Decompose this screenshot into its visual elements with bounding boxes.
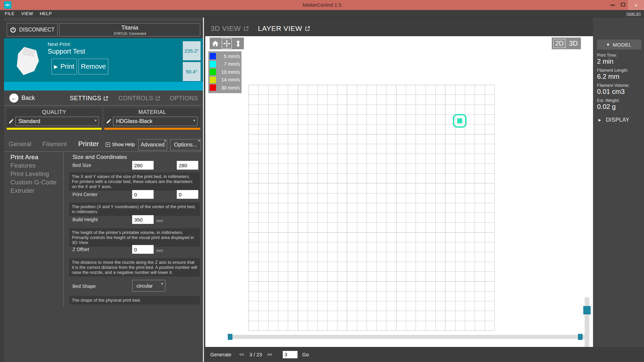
print-button[interactable]: ▶ Print (51, 59, 77, 74)
edit-pencil-icon[interactable] (106, 118, 112, 124)
chevron-down-icon: ▾ (607, 42, 609, 48)
legend-row: 30 mm/s (210, 84, 240, 92)
external-link-icon (244, 26, 249, 31)
bed-size-help: The X and Y values of the size of the pr… (69, 172, 200, 191)
minimize-button[interactable] (610, 5, 615, 6)
external-link-icon (155, 96, 160, 101)
filament-length-value: 6.2 mm (597, 73, 620, 80)
layer-slider-track[interactable] (585, 297, 589, 347)
material-select[interactable]: HDGlass-Black ▾ (113, 117, 198, 126)
reset-view-button[interactable] (210, 38, 221, 49)
nav-settings-label: SETTINGS (70, 95, 101, 102)
tab-general[interactable]: General (9, 140, 32, 148)
quality-select[interactable]: Standard ▾ (15, 117, 99, 126)
toggle-3d-button[interactable]: 3D (568, 39, 579, 48)
external-link-icon (305, 26, 310, 31)
menu-file[interactable]: FILE (5, 11, 14, 16)
titlebar: MC MatterControl 1.5 × (0, 0, 644, 10)
window-title: MatterControl 1.5 (0, 2, 644, 8)
print-center-x-input[interactable] (132, 190, 154, 199)
bed-shape-select[interactable]: circular ▾ (132, 280, 165, 292)
bed-size-x-input[interactable] (132, 161, 154, 170)
show-help-checkbox[interactable]: × Show Help (106, 142, 135, 147)
previous-layer-button[interactable]: << (239, 352, 244, 357)
legend-label: 7 mm/s (216, 61, 240, 67)
options-dropdown[interactable]: Options... ▾ (170, 139, 201, 150)
layer-number-input[interactable] (283, 351, 298, 358)
divider (203, 17, 204, 362)
tab-filament[interactable]: Filament (42, 140, 67, 148)
build-height-input[interactable] (132, 215, 154, 224)
tab-layer-view-label: LAYER VIEW (258, 24, 302, 33)
z-offset-input[interactable] (132, 245, 154, 254)
caret-down-icon: ▾ (164, 139, 166, 142)
layer-toolpath-marker (453, 114, 467, 128)
quality-value: Standard (18, 118, 40, 124)
bed-temperature-badge[interactable]: 50.4° (183, 62, 201, 81)
scale-view-button[interactable] (232, 38, 244, 49)
horizontal-slider-left-handle[interactable] (228, 334, 232, 340)
back-label: Back (21, 95, 35, 102)
translate-view-button[interactable] (221, 38, 232, 49)
tab-printer[interactable]: Printer (78, 140, 99, 148)
tab-3d-view[interactable]: 3D VIEW (211, 24, 249, 33)
material-title: MATERIAL (104, 109, 200, 115)
horizontal-slider-track[interactable] (228, 335, 588, 339)
back-button[interactable]: ← Back (9, 94, 35, 103)
sign-in-link[interactable]: (sign in) (626, 11, 641, 16)
material-preset-box: MATERIAL HDGlass-Black ▾ (104, 108, 200, 128)
nav-options[interactable]: OPTIONS (170, 95, 198, 102)
sidebar-item-features[interactable]: Features (6, 162, 56, 170)
horizontal-slider-right-handle[interactable] (578, 334, 583, 340)
printer-status: STATUS: Connected (114, 32, 146, 36)
advanced-label: Advanced (141, 142, 164, 148)
generate-button[interactable]: Generate (210, 352, 231, 357)
toggle-2d-button[interactable]: 2D (554, 39, 565, 48)
menu-view[interactable]: VIEW (21, 11, 33, 16)
menu-help[interactable]: HELP (40, 11, 52, 16)
legend-swatch (210, 69, 216, 75)
print-time-label: Print Time: (597, 53, 617, 58)
vertical-arrows-icon (234, 40, 242, 48)
z-offset-label: Z Offset (72, 247, 89, 252)
remove-button[interactable]: Remove (78, 59, 108, 74)
disconnect-button[interactable]: DISCONNECT (7, 23, 58, 37)
nav-settings[interactable]: SETTINGS (70, 95, 108, 102)
tab-layer-view[interactable]: LAYER VIEW (258, 24, 310, 33)
layer-position: 3 / 23 (250, 352, 262, 357)
tab-3d-view-label: 3D VIEW (211, 24, 241, 33)
printer-name: Titania (121, 24, 138, 31)
progress-strip (4, 82, 203, 90)
display-section-header[interactable]: ▸ DISPLAY (598, 117, 629, 123)
caret-down-icon: ▾ (198, 139, 200, 142)
legend-swatch (210, 84, 216, 91)
print-center-y-input[interactable] (177, 190, 198, 199)
est-weight-label: Est. Weight: (597, 98, 620, 103)
bed-size-y-input[interactable] (177, 161, 198, 170)
quality-preset-box: QUALITY Standard ▾ (7, 108, 102, 128)
nav-controls[interactable]: CONTROLS (118, 95, 160, 102)
print-button-label: Print (60, 63, 74, 70)
edit-pencil-icon[interactable] (8, 118, 14, 124)
sidebar-item-print-leveling[interactable]: Print Leveling (6, 170, 56, 179)
sidebar-item-extruder[interactable]: Extruder (6, 187, 56, 195)
maximize-button[interactable] (621, 3, 625, 6)
go-button[interactable]: Go (302, 352, 309, 357)
divider (63, 152, 64, 306)
sidebar-item-custom-gcode[interactable]: Custom G-Code (6, 179, 56, 187)
extruder-temperature-badge[interactable]: 235.2° (183, 41, 201, 60)
play-icon: ▶ (54, 64, 58, 70)
legend-label: 10 mm/s (216, 69, 240, 75)
material-value: HDGlass-Black (116, 118, 152, 124)
model-section-title: MODEL (613, 42, 632, 48)
layer-slider-handle[interactable] (583, 306, 591, 314)
next-layer-button[interactable]: >> (267, 352, 272, 357)
divider (4, 152, 203, 152)
advanced-dropdown[interactable]: Advanced ▾ (138, 139, 167, 150)
printer-status-box[interactable]: Titania STATUS: Connected (59, 23, 200, 37)
sidebar-item-print-area[interactable]: Print Area (6, 154, 56, 162)
model-section-header[interactable]: ▾ MODEL (597, 40, 641, 50)
close-button[interactable]: × (628, 0, 644, 10)
nav-controls-label: CONTROLS (118, 95, 153, 102)
view-mode-toggle: 2D 3D (552, 38, 581, 49)
